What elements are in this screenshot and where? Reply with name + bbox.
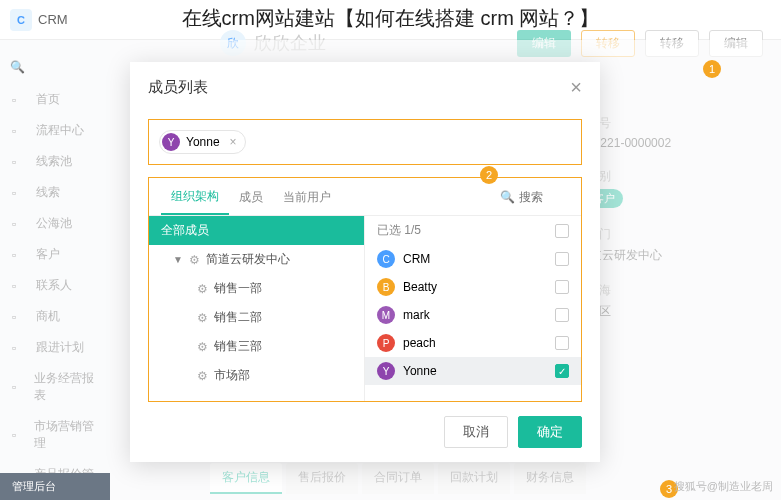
sidebar-admin-link[interactable]: 管理后台: [0, 473, 110, 500]
tree-node-label: 简道云研发中心: [206, 251, 290, 268]
tree-node-child[interactable]: ⚙销售三部: [149, 332, 364, 361]
member-avatar: Y: [377, 362, 395, 380]
selected-chip-box[interactable]: Y Yonne ×: [148, 119, 582, 165]
tree-node-child[interactable]: ⚙销售二部: [149, 303, 364, 332]
nav-icon: ▫: [12, 380, 26, 394]
tree-node-label: 销售二部: [214, 309, 262, 326]
tree-root[interactable]: 全部成员: [149, 216, 364, 245]
modal-title: 成员列表: [148, 78, 208, 97]
nav-icon: ▫: [12, 155, 28, 169]
nav-icon: ▫: [12, 341, 28, 355]
sidebar-item-label: 客户: [36, 246, 60, 263]
org-icon: ⚙: [189, 253, 200, 267]
sidebar-item-label: 联系人: [36, 277, 72, 294]
org-icon: ⚙: [197, 311, 208, 325]
member-avatar: C: [377, 250, 395, 268]
nav-icon: ▫: [12, 217, 28, 231]
member-name: Yonne: [403, 364, 437, 378]
pick-item[interactable]: BBeatty: [365, 273, 581, 301]
pick-item[interactable]: Mmark: [365, 301, 581, 329]
member-avatar: M: [377, 306, 395, 324]
org-tree: 全部成员 ▼ ⚙ 简道云研发中心 ⚙销售一部⚙销售二部⚙销售三部⚙市场部: [149, 216, 365, 401]
checkbox[interactable]: [555, 336, 569, 350]
sidebar-item[interactable]: ▫跟进计划: [0, 332, 110, 363]
member-avatar: B: [377, 278, 395, 296]
sidebar-item-label: 业务经营报表: [34, 370, 98, 404]
close-icon[interactable]: ×: [570, 76, 582, 99]
sidebar-item[interactable]: ▫公海池: [0, 208, 110, 239]
step-badge-2: 2: [480, 166, 498, 184]
sidebar-item-label: 市场营销管理: [34, 418, 98, 452]
sidebar-item-label: 线索池: [36, 153, 72, 170]
selector-search[interactable]: 🔍: [500, 190, 569, 204]
checkbox[interactable]: [555, 280, 569, 294]
sidebar-item-label: 跟进计划: [36, 339, 84, 356]
org-icon: ⚙: [197, 340, 208, 354]
org-icon: ⚙: [197, 369, 208, 383]
nav-icon: ▫: [12, 279, 28, 293]
sidebar-item-label: 线索: [36, 184, 60, 201]
sidebar-item[interactable]: ▫首页: [0, 84, 110, 115]
confirm-button[interactable]: 确定: [518, 416, 582, 448]
tree-node-main[interactable]: ▼ ⚙ 简道云研发中心: [149, 245, 364, 274]
sidebar-item[interactable]: ▫流程中心: [0, 115, 110, 146]
member-name: peach: [403, 336, 436, 350]
sidebar-item[interactable]: ▫联系人: [0, 270, 110, 301]
tab-current-user[interactable]: 当前用户: [273, 179, 341, 214]
chip-name: Yonne: [186, 135, 220, 149]
sidebar-item-label: 首页: [36, 91, 60, 108]
nav-icon: ▫: [12, 428, 26, 442]
sidebar-item-label: 商机: [36, 308, 60, 325]
tree-node-label: 销售三部: [214, 338, 262, 355]
nav-icon: ▫: [12, 93, 28, 107]
tree-node-child[interactable]: ⚙市场部: [149, 361, 364, 390]
cancel-button[interactable]: 取消: [444, 416, 508, 448]
tab-org[interactable]: 组织架构: [161, 178, 229, 215]
pick-item[interactable]: YYonne✓: [365, 357, 581, 385]
nav-icon: ▫: [12, 124, 28, 138]
tree-node-label: 市场部: [214, 367, 250, 384]
org-icon: ⚙: [197, 282, 208, 296]
select-all-checkbox[interactable]: [555, 224, 569, 238]
nav-icon: ▫: [12, 310, 28, 324]
pick-item[interactable]: Ppeach: [365, 329, 581, 357]
nav-icon: ▫: [12, 248, 28, 262]
sidebar-item-label: 公海池: [36, 215, 72, 232]
chip-avatar: Y: [162, 133, 180, 151]
search-icon: 🔍: [500, 190, 515, 204]
search-input[interactable]: [519, 190, 569, 204]
search-icon: 🔍: [10, 60, 25, 74]
pick-item[interactable]: CCRM: [365, 245, 581, 273]
tree-node-child[interactable]: ⚙销售一部: [149, 274, 364, 303]
chip-remove-icon[interactable]: ×: [230, 135, 237, 149]
page-title: 在线crm网站建站【如何在线搭建 crm 网站？】: [120, 5, 661, 32]
nav-icon: ▫: [12, 186, 28, 200]
sidebar-item[interactable]: ▫客户: [0, 239, 110, 270]
tab-member[interactable]: 成员: [229, 179, 273, 214]
selector-panel: 组织架构 成员 当前用户 🔍 全部成员 ▼ ⚙ 简道云研发中心 ⚙销售一部⚙销售…: [148, 177, 582, 402]
selector-tabs: 组织架构 成员 当前用户 🔍: [149, 178, 581, 216]
watermark: 搜狐号@制造业老周: [674, 479, 773, 494]
picked-count: 已选 1/5: [377, 222, 421, 239]
sidebar: 🔍 ▫首页▫流程中心▫线索池▫线索▫公海池▫客户▫联系人▫商机▫跟进计划▫业务经…: [0, 40, 110, 500]
member-chip[interactable]: Y Yonne ×: [159, 130, 246, 154]
sidebar-search[interactable]: 🔍: [0, 60, 110, 84]
sidebar-item[interactable]: ▫业务经营报表: [0, 363, 110, 411]
app-name: CRM: [38, 12, 68, 27]
checkbox[interactable]: ✓: [555, 364, 569, 378]
checkbox[interactable]: [555, 308, 569, 322]
app-logo: C: [10, 9, 32, 31]
member-name: mark: [403, 308, 430, 322]
pick-list: 已选 1/5 CCRMBBeattyMmarkPpeachYYonne✓: [365, 216, 581, 401]
sidebar-item-label: 流程中心: [36, 122, 84, 139]
caret-down-icon: ▼: [173, 254, 183, 265]
sidebar-item[interactable]: ▫市场营销管理: [0, 411, 110, 459]
tree-node-label: 销售一部: [214, 280, 262, 297]
member-name: Beatty: [403, 280, 437, 294]
member-name: CRM: [403, 252, 430, 266]
sidebar-item[interactable]: ▫线索池: [0, 146, 110, 177]
sidebar-item[interactable]: ▫线索: [0, 177, 110, 208]
sidebar-item[interactable]: ▫商机: [0, 301, 110, 332]
checkbox[interactable]: [555, 252, 569, 266]
member-avatar: P: [377, 334, 395, 352]
